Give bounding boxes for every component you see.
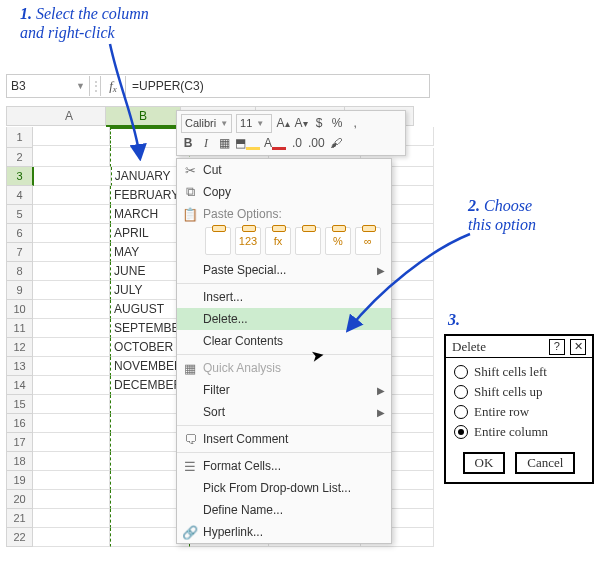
radio-option[interactable]: Entire row (454, 402, 584, 422)
menu-sort[interactable]: Sort▶ (177, 401, 391, 423)
menu-paste-special[interactable]: Paste Special...▶ (177, 259, 391, 281)
radio-option[interactable]: Shift cells left (454, 362, 584, 382)
shrink-font-icon[interactable]: A▾ (294, 115, 308, 131)
increase-decimal-button[interactable]: .00 (308, 135, 325, 151)
chevron-right-icon: ▶ (377, 407, 385, 418)
select-all-corner[interactable] (6, 106, 33, 126)
cell[interactable] (33, 148, 110, 167)
paste-transpose-icon[interactable] (295, 227, 321, 255)
help-button[interactable]: ? (549, 339, 565, 355)
close-button[interactable]: ✕ (570, 339, 586, 355)
row-header[interactable]: 8 (6, 262, 33, 281)
row-header[interactable]: 12 (6, 338, 33, 357)
row-header[interactable]: 22 (6, 528, 33, 547)
row-header[interactable]: 1 (6, 127, 33, 148)
percent-button[interactable]: % (330, 115, 344, 131)
menu-insert-comment[interactable]: 🗨Insert Comment (177, 428, 391, 450)
cell[interactable] (33, 357, 110, 376)
menu-cut[interactable]: ✂Cut (177, 159, 391, 181)
ok-button[interactable]: OK (463, 452, 506, 474)
row-header[interactable]: 18 (6, 452, 33, 471)
cell[interactable] (33, 528, 110, 547)
cell[interactable] (33, 395, 110, 414)
row-header[interactable]: 14 (6, 376, 33, 395)
fx-button[interactable]: fx (100, 76, 126, 96)
cell[interactable] (33, 186, 110, 205)
cell[interactable] (33, 376, 110, 395)
grow-font-icon[interactable]: A▴ (276, 115, 290, 131)
row-header[interactable]: 2 (6, 148, 33, 167)
menu-clear-contents[interactable]: Clear Contents (177, 330, 391, 352)
italic-button[interactable]: I (199, 135, 213, 151)
clipboard-icon: 📋 (177, 207, 203, 222)
font-color-button[interactable]: A (264, 135, 286, 151)
format-painter-icon[interactable]: 🖌 (329, 135, 343, 151)
paste-icon[interactable] (205, 227, 231, 255)
cell[interactable] (33, 471, 110, 490)
cancel-button[interactable]: Cancel (515, 452, 575, 474)
decrease-decimal-button[interactable]: .0 (290, 135, 304, 151)
comma-button[interactable]: , (348, 115, 362, 131)
row-header[interactable]: 3 (6, 167, 34, 186)
paste-formulas-icon[interactable]: fx (265, 227, 291, 255)
cell[interactable] (33, 243, 110, 262)
cell[interactable] (33, 205, 110, 224)
menu-paste-header: 📋Paste Options: (177, 203, 391, 225)
formula-input[interactable]: =UPPER(C3) (126, 76, 429, 96)
menu-pick-dropdown[interactable]: Pick From Drop-down List... (177, 477, 391, 499)
row-header[interactable]: 15 (6, 395, 33, 414)
row-header[interactable]: 5 (6, 205, 33, 224)
bold-button[interactable]: B (181, 135, 195, 151)
currency-button[interactable]: $ (312, 115, 326, 131)
paste-link-icon[interactable]: ∞ (355, 227, 381, 255)
annotation-step3: 3. (448, 310, 460, 329)
cell[interactable] (33, 281, 110, 300)
cell[interactable] (33, 452, 110, 471)
row-header[interactable]: 7 (6, 243, 33, 262)
row-header[interactable]: 11 (6, 319, 33, 338)
row-header[interactable]: 16 (6, 414, 33, 433)
cell[interactable] (33, 127, 110, 146)
row-header[interactable]: 6 (6, 224, 33, 243)
cell[interactable] (33, 433, 110, 452)
row-header[interactable]: 13 (6, 357, 33, 376)
quick-analysis-icon: ▦ (177, 361, 203, 376)
menu-hyperlink[interactable]: 🔗Hyperlink... (177, 521, 391, 543)
col-header-b[interactable]: B (106, 106, 181, 127)
menu-define-name[interactable]: Define Name... (177, 499, 391, 521)
font-size-select[interactable]: 11▼ (236, 114, 272, 133)
row-header[interactable]: 19 (6, 471, 33, 490)
cell[interactable] (33, 319, 110, 338)
border-button[interactable]: ▦ (217, 135, 231, 151)
cell[interactable] (33, 300, 110, 319)
menu-copy[interactable]: ⧉Copy (177, 181, 391, 203)
cell[interactable] (34, 167, 111, 186)
col-header-a[interactable]: A (33, 106, 106, 126)
row-header[interactable]: 4 (6, 186, 33, 205)
menu-delete[interactable]: Delete... (177, 308, 391, 330)
cell[interactable] (33, 262, 110, 281)
row-header[interactable]: 17 (6, 433, 33, 452)
menu-filter[interactable]: Filter▶ (177, 379, 391, 401)
copy-icon: ⧉ (177, 184, 203, 200)
cell[interactable] (33, 224, 110, 243)
paste-values-icon[interactable]: 123 (235, 227, 261, 255)
font-select[interactable]: Calibri▼ (181, 114, 232, 133)
row-header[interactable]: 21 (6, 509, 33, 528)
name-box[interactable]: B3▼ (7, 76, 90, 96)
cell[interactable] (33, 490, 110, 509)
paste-formatting-icon[interactable]: % (325, 227, 351, 255)
cell[interactable] (33, 509, 110, 528)
row-header[interactable]: 20 (6, 490, 33, 509)
fill-color-button[interactable]: ⬒ (235, 135, 260, 151)
menu-insert[interactable]: Insert... (177, 286, 391, 308)
paste-options-row: 123 fx % ∞ (177, 225, 391, 259)
cell[interactable] (33, 338, 110, 357)
menu-format-cells[interactable]: ☰Format Cells... (177, 455, 391, 477)
radio-icon (454, 365, 468, 379)
row-header[interactable]: 9 (6, 281, 33, 300)
cell[interactable] (33, 414, 110, 433)
radio-option[interactable]: Entire column (454, 422, 584, 442)
radio-option[interactable]: Shift cells up (454, 382, 584, 402)
row-header[interactable]: 10 (6, 300, 33, 319)
